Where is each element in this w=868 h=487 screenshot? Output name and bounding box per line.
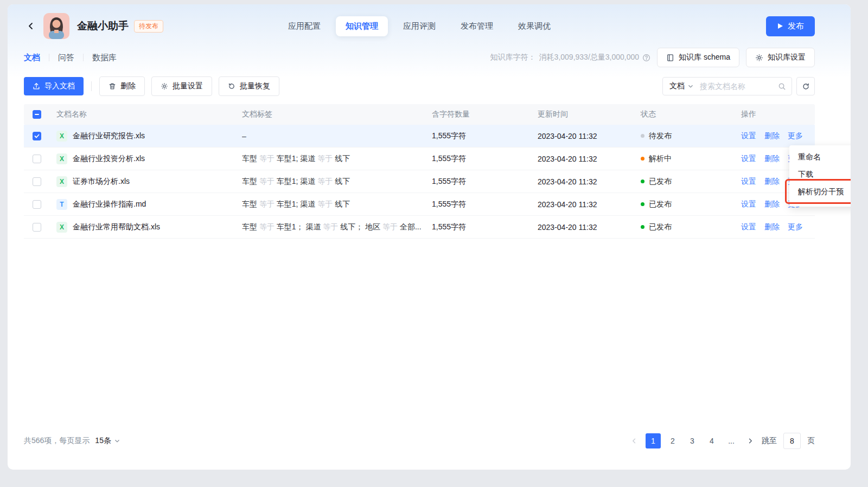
- kb-settings-label: 知识库设置: [768, 53, 806, 62]
- batch-settings-label: 批量设置: [173, 81, 203, 91]
- tag-segment: 等于: [315, 154, 333, 163]
- prev-page-button[interactable]: [627, 434, 641, 448]
- nav-tab-2[interactable]: 知识管理: [336, 16, 388, 36]
- nav-tab-5[interactable]: 效果调优: [508, 16, 560, 36]
- tag-segment: 车型1;: [275, 154, 298, 163]
- settings-link[interactable]: 设置: [741, 200, 756, 209]
- table-row: X金融行业研究报告.xls–1,555字符2023-04-20 11:32待发布…: [24, 125, 815, 148]
- jump-page-input[interactable]: [783, 433, 801, 449]
- back-button[interactable]: [24, 19, 38, 33]
- col-updated: 更新时间: [538, 110, 641, 119]
- menu-item-2[interactable]: 下载: [789, 165, 851, 183]
- next-page-button[interactable]: [743, 434, 757, 448]
- subnav-tab-1[interactable]: 文档: [24, 53, 40, 63]
- row-checkbox-cell: [24, 177, 52, 186]
- file-type-icon: X: [56, 131, 67, 142]
- menu-item-1[interactable]: 重命名: [789, 148, 851, 165]
- batch-restore-button[interactable]: 批量恢复: [219, 76, 279, 96]
- import-doc-label: 导入文档: [44, 81, 75, 91]
- tag-segment: 等于: [380, 222, 398, 231]
- subnav-divider: [83, 54, 84, 61]
- page-number-2[interactable]: 2: [665, 433, 680, 448]
- tag-segment: –: [242, 132, 246, 140]
- more-link[interactable]: 更多: [788, 131, 803, 141]
- file-type-icon: X: [56, 153, 67, 164]
- delete-link[interactable]: 删除: [764, 154, 780, 164]
- kb-schema-label: 知识库 schema: [679, 53, 730, 62]
- refresh-icon: [802, 82, 810, 91]
- publish-button[interactable]: 发布: [766, 16, 815, 36]
- col-actions: 操作: [741, 110, 815, 119]
- doc-name[interactable]: 金融行业研究报告.xls: [73, 131, 145, 141]
- restore-icon: [228, 82, 235, 90]
- help-icon[interactable]: [642, 54, 650, 62]
- char-count: 1,555字符: [432, 131, 538, 141]
- row-checkbox[interactable]: [33, 223, 41, 232]
- settings-link[interactable]: 设置: [741, 177, 756, 187]
- table-header: 文档名称 文档标签 含字符数量 更新时间 状态 操作: [24, 104, 815, 125]
- page-numbers: 1234...: [646, 433, 739, 448]
- doc-name[interactable]: 金融行业操作指南.md: [73, 200, 146, 209]
- doc-status: 已发布: [641, 222, 741, 232]
- more-link[interactable]: 更多: [788, 222, 803, 232]
- refresh-button[interactable]: [796, 77, 815, 95]
- char-count: 1,555字符: [432, 222, 538, 232]
- doc-name[interactable]: 金融行业投资分析.xls: [73, 154, 145, 164]
- char-count: 1,555字符: [432, 177, 538, 187]
- status-label: 已发布: [649, 200, 672, 209]
- row-checkbox[interactable]: [33, 132, 41, 140]
- tag-segment: 等于: [321, 222, 338, 231]
- batch-settings-button[interactable]: 批量设置: [151, 76, 212, 96]
- app-header: 金融小助手 待发布 应用配置知识管理应用评测发布管理效果调优 发布: [24, 12, 815, 40]
- row-checkbox[interactable]: [33, 155, 41, 163]
- page-number-1[interactable]: 1: [646, 433, 661, 448]
- doc-tags-cell: 车型 等于 车型1; 渠道 等于 线下: [242, 200, 432, 209]
- delete-link[interactable]: 删除: [764, 177, 780, 187]
- status-badge: 待发布: [134, 20, 163, 33]
- search-icon[interactable]: [776, 82, 792, 91]
- file-type-icon: X: [56, 222, 67, 233]
- doc-tags-cell: –: [242, 132, 432, 140]
- doc-name[interactable]: 证券市场分析.xls: [73, 177, 130, 187]
- delete-label: 删除: [120, 81, 136, 91]
- subnav-tab-2[interactable]: 问答: [58, 53, 74, 63]
- page-title: 金融小助手: [77, 19, 129, 33]
- delete-button[interactable]: 删除: [99, 76, 145, 96]
- book-icon: [666, 54, 674, 62]
- doc-name-cell: X金融行业投资分析.xls: [52, 153, 242, 164]
- kb-settings-button[interactable]: 知识库设置: [746, 48, 815, 67]
- doc-type-select[interactable]: 文档: [663, 78, 700, 95]
- nav-tab-4[interactable]: 发布管理: [451, 16, 503, 36]
- select-all-checkbox[interactable]: [33, 110, 41, 119]
- batch-restore-label: 批量恢复: [240, 81, 270, 91]
- delete-link[interactable]: 删除: [764, 131, 780, 141]
- nav-tab-1[interactable]: 应用配置: [278, 16, 330, 36]
- doc-tags-cell: 车型 等于 车型1; 渠道 等于 线下: [242, 177, 432, 187]
- delete-link[interactable]: 删除: [764, 200, 780, 209]
- table-row: X证券市场分析.xls车型 等于 车型1; 渠道 等于 线下1,555字符202…: [24, 170, 815, 193]
- page-number-4[interactable]: 4: [704, 433, 719, 448]
- row-checkbox[interactable]: [33, 177, 41, 186]
- subnav-tab-3[interactable]: 数据库: [92, 53, 117, 63]
- publish-button-label: 发布: [788, 21, 804, 31]
- chevron-left-icon: [27, 22, 35, 30]
- settings-link[interactable]: 设置: [741, 131, 756, 141]
- page-number-3[interactable]: 3: [685, 433, 700, 448]
- settings-link[interactable]: 设置: [741, 154, 756, 164]
- settings-link[interactable]: 设置: [741, 222, 756, 232]
- delete-link[interactable]: 删除: [764, 222, 780, 232]
- tag-segment: 等于: [257, 222, 275, 231]
- search-input[interactable]: [700, 82, 776, 91]
- tag-segment: 等于: [315, 177, 333, 185]
- menu-item-3[interactable]: 解析切分干预: [789, 183, 851, 200]
- file-type-icon: X: [56, 176, 67, 187]
- doc-name[interactable]: 金融行业常用帮助文档.xls: [73, 222, 160, 232]
- nav-tab-3[interactable]: 应用评测: [393, 16, 445, 36]
- kb-schema-button[interactable]: 知识库 schema: [657, 48, 739, 67]
- quota-info: 知识库字符： 消耗3,009,933/总量3,000,000: [490, 53, 650, 62]
- import-doc-button[interactable]: 导入文档: [24, 77, 84, 95]
- page-size-select[interactable]: 15条: [95, 436, 120, 446]
- col-name: 文档名称: [52, 110, 242, 119]
- row-checkbox[interactable]: [33, 200, 41, 209]
- search-group: 文档: [662, 77, 792, 95]
